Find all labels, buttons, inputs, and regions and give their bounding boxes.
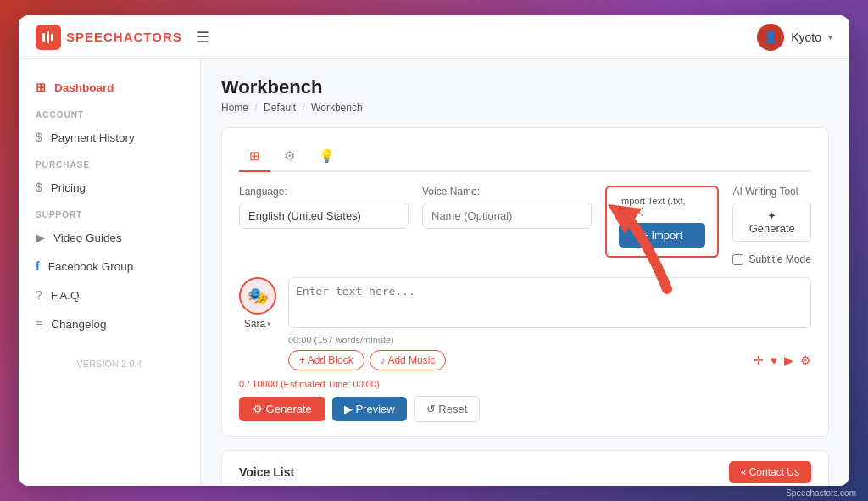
voice-list-section: Voice List « Contact Us Select All Searc… (221, 450, 829, 486)
app-header: SPEECHACTORS ☰ 👤 Kyoto ▾ (19, 15, 849, 59)
voice-name-group: Voice Name: (422, 186, 592, 229)
sidebar-item-pricing[interactable]: $ Pricing (19, 173, 200, 202)
tab-grid[interactable]: ⊞ (239, 142, 270, 172)
add-block-button[interactable]: + Add Block (288, 350, 364, 370)
sidebar-label-payment-history: Payment History (51, 131, 135, 144)
svg-rect-0 (42, 33, 45, 42)
play-icon[interactable]: ▶ (784, 353, 793, 367)
sidebar-section-support: SUPPORT (19, 202, 200, 223)
voice-actions: + Add Block ♪ Add Music ✛ ♥ ▶ ⚙ (288, 350, 811, 370)
voice-avatar: 🎭 (239, 277, 276, 315)
move-icon[interactable]: ✛ (754, 353, 764, 367)
voice-list-header: Voice List « Contact Us (239, 461, 811, 483)
voice-name-display[interactable]: Sara ▾ (244, 318, 271, 330)
sidebar-section-purchase: PURCHASE (19, 152, 200, 173)
user-name: Kyoto (791, 31, 821, 44)
sidebar-section-account: ACCOUNT (19, 102, 200, 123)
workbench-card: ⊞ ⚙ 💡 Language: English (United States) (221, 127, 829, 437)
main-content: Workbench Home / Default / Workbench ⊞ ⚙… (201, 59, 849, 486)
sidebar: ⊞ Dashboard ACCOUNT $ Payment History PU… (19, 59, 201, 486)
page-title: Workbench (221, 76, 829, 98)
voice-textarea[interactable] (288, 277, 811, 328)
import-button[interactable]: + Import (619, 223, 705, 248)
facebook-icon: f (36, 259, 40, 273)
header-right: 👤 Kyoto ▾ (757, 24, 832, 51)
breadcrumb: Home / Default / Workbench (221, 102, 829, 114)
faq-icon: ? (36, 288, 42, 302)
pricing-icon: $ (36, 181, 42, 194)
ai-writing-group: AI Writing Tool ✦ Generate Subtitle Mode (732, 186, 811, 265)
controls-row: Language: English (United States) Voice … (239, 186, 811, 265)
language-label: Language: (239, 186, 409, 198)
payment-icon: $ (36, 131, 42, 144)
voice-editor: 🎭 Sara ▾ 00:00 (157 words/minute) + Add … (239, 277, 811, 370)
subtitle-mode-wrap: Subtitle Mode (732, 253, 811, 265)
sidebar-label-pricing: Pricing (51, 181, 86, 194)
tabs-bar: ⊞ ⚙ 💡 (239, 142, 811, 172)
language-select[interactable]: English (United States) (239, 203, 409, 229)
voice-name-label: Voice Name: (422, 186, 592, 198)
changelog-icon: ≡ (36, 317, 42, 331)
footer-text: Speechactors.com (786, 488, 856, 498)
breadcrumb-sep1: / (254, 102, 257, 114)
hamburger-button[interactable]: ☰ (196, 28, 209, 47)
logo-icon (36, 25, 61, 50)
sidebar-label-changelog: Changelog (51, 318, 106, 331)
gear-icon[interactable]: ⚙ (800, 353, 811, 367)
svg-rect-1 (47, 31, 49, 43)
sidebar-label-facebook-group: Facebook Group (48, 260, 134, 273)
voice-avatar-wrap: 🎭 Sara ▾ (239, 277, 276, 330)
sidebar-label-faq: F.A.Q. (51, 289, 83, 302)
voice-meta: 00:00 (157 words/minute) (288, 335, 811, 345)
voice-list-title: Voice List (239, 465, 294, 479)
voice-action-icons: ✛ ♥ ▶ ⚙ (754, 353, 811, 367)
breadcrumb-home[interactable]: Home (221, 102, 248, 114)
voice-name-arrow: ▾ (267, 320, 271, 328)
sidebar-label-video-guides: Video Guides (53, 231, 122, 244)
voice-name-input[interactable] (422, 203, 592, 229)
word-count-estimated: (Estimated Time: 00:00) (281, 379, 380, 389)
header-left: SPEECHACTORS ☰ (36, 25, 209, 50)
import-box: Import Text (.txt, .docx) + Import (605, 186, 719, 258)
breadcrumb-sep2: / (302, 102, 304, 114)
logo: SPEECHACTORS (36, 25, 182, 50)
tab-settings[interactable]: ⚙ (274, 142, 305, 172)
reset-button[interactable]: ↺ Reset (414, 396, 481, 422)
video-icon: ▶ (36, 231, 45, 244)
import-group: Import Text (.txt, .docx) + Import (605, 186, 719, 258)
app-body: ⊞ Dashboard ACCOUNT $ Payment History PU… (19, 59, 849, 486)
subtitle-mode-checkbox[interactable] (732, 254, 743, 265)
voice-textarea-wrap: 00:00 (157 words/minute) + Add Block ♪ A… (288, 277, 811, 370)
breadcrumb-default[interactable]: Default (264, 102, 296, 114)
sidebar-item-label-dashboard: Dashboard (54, 81, 114, 94)
sidebar-item-changelog[interactable]: ≡ Changelog (19, 309, 200, 338)
avatar: 👤 (757, 24, 784, 51)
ai-writing-label: AI Writing Tool (732, 186, 811, 198)
language-group: Language: English (United States) (239, 186, 409, 229)
word-count-value: 0 / 10000 (239, 379, 278, 389)
sidebar-item-dashboard[interactable]: ⊞ Dashboard (19, 73, 200, 102)
svg-rect-2 (51, 34, 53, 41)
logo-text: SPEECHACTORS (66, 30, 182, 44)
bottom-actions: ⚙ Generate ▶ Preview ↺ Reset (239, 396, 811, 422)
subtitle-mode-label: Subtitle Mode (748, 253, 810, 265)
word-count: 0 / 10000 (Estimated Time: 00:00) (239, 379, 811, 389)
sidebar-version: VERSION 2.0.4 (19, 345, 200, 382)
user-dropdown-arrow[interactable]: ▾ (828, 32, 832, 42)
contact-us-button[interactable]: « Contact Us (729, 461, 811, 483)
ai-generate-button[interactable]: ✦ Generate (732, 203, 811, 242)
tab-bulb[interactable]: 💡 (309, 142, 345, 172)
heart-icon[interactable]: ♥ (771, 353, 777, 367)
sidebar-item-video-guides[interactable]: ▶ Video Guides (19, 223, 200, 252)
breadcrumb-current: Workbench (311, 102, 362, 114)
voice-name-text: Sara (244, 318, 265, 330)
sidebar-item-payment-history[interactable]: $ Payment History (19, 123, 200, 152)
preview-button[interactable]: ▶ Preview (332, 397, 407, 421)
generate-button[interactable]: ⚙ Generate (239, 397, 326, 421)
sidebar-item-facebook-group[interactable]: f Facebook Group (19, 252, 200, 281)
sidebar-item-faq[interactable]: ? F.A.Q. (19, 281, 200, 309)
import-label: Import Text (.txt, .docx) (619, 196, 705, 216)
dashboard-icon: ⊞ (36, 81, 46, 94)
add-music-button[interactable]: ♪ Add Music (370, 350, 447, 370)
